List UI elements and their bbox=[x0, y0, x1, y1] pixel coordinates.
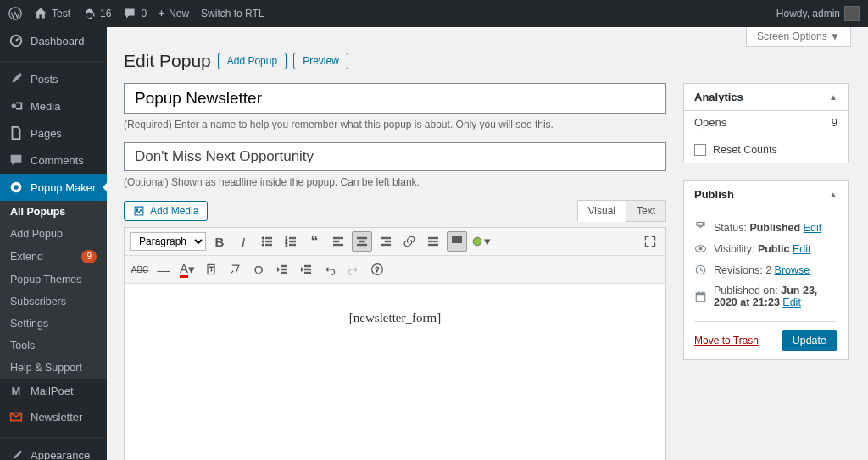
add-popup-button[interactable]: Add Popup bbox=[218, 53, 287, 69]
submenu-extend[interactable]: Extend9 bbox=[0, 245, 107, 269]
svg-rect-32 bbox=[452, 236, 454, 239]
howdy[interactable]: Howdy, admin bbox=[776, 6, 860, 21]
svg-rect-24 bbox=[359, 241, 364, 242]
submenu-help[interactable]: Help & Support bbox=[0, 357, 107, 379]
svg-rect-21 bbox=[333, 241, 338, 242]
undo-button[interactable] bbox=[320, 259, 340, 280]
svg-rect-15 bbox=[289, 237, 295, 239]
toolbar-2: ABC — A▾ T Ω ? bbox=[125, 256, 665, 284]
update-button[interactable]: Update bbox=[782, 330, 837, 351]
headline-help: (Optional) Shown as headline inside the … bbox=[124, 176, 666, 188]
menu-media[interactable]: Media bbox=[0, 92, 107, 119]
preview-button[interactable]: Preview bbox=[293, 53, 348, 69]
submenu-subscribers[interactable]: Subscribers bbox=[0, 291, 107, 313]
menu-comments[interactable]: Comments bbox=[0, 147, 107, 174]
help-button[interactable]: ? bbox=[367, 259, 387, 280]
menu-dashboard[interactable]: Dashboard bbox=[0, 27, 107, 54]
comments-count[interactable]: 0 bbox=[123, 7, 147, 20]
svg-text:?: ? bbox=[376, 265, 380, 274]
edit-visibility-link[interactable]: Edit bbox=[793, 243, 811, 255]
strike-button[interactable]: ABC bbox=[130, 259, 150, 280]
add-media-button[interactable]: Add Media bbox=[124, 201, 208, 221]
bold-button[interactable]: B bbox=[209, 231, 230, 252]
menu-posts[interactable]: Posts bbox=[0, 65, 107, 92]
special-char-button[interactable]: Ω bbox=[248, 259, 269, 280]
screen-options-toggle[interactable]: Screen Options ▼ bbox=[746, 27, 851, 47]
avatar bbox=[844, 6, 860, 21]
svg-point-51 bbox=[699, 247, 703, 251]
svg-point-2 bbox=[12, 103, 16, 108]
toolbar-toggle-button[interactable] bbox=[447, 231, 467, 252]
reset-counts-label: Reset Counts bbox=[713, 144, 777, 156]
updates[interactable]: 16 bbox=[82, 7, 111, 20]
move-to-trash-link[interactable]: Move to Trash bbox=[694, 335, 759, 346]
submenu-settings[interactable]: Settings bbox=[0, 313, 107, 335]
menu-appearance[interactable]: Appearance bbox=[0, 441, 107, 460]
pub-visibility: Visibility: Public Edit bbox=[694, 238, 837, 259]
svg-rect-9 bbox=[265, 237, 271, 239]
svg-rect-26 bbox=[381, 237, 390, 239]
svg-rect-44 bbox=[304, 265, 310, 267]
clear-format-button[interactable] bbox=[225, 259, 245, 280]
outdent-button[interactable] bbox=[272, 259, 292, 280]
more-button[interactable] bbox=[423, 231, 443, 252]
switch-rtl[interactable]: Switch to RTL bbox=[201, 8, 264, 19]
analytics-header[interactable]: Analytics▲ bbox=[684, 84, 848, 111]
publish-header[interactable]: Publish▲ bbox=[684, 181, 848, 208]
svg-rect-56 bbox=[702, 291, 704, 293]
analytics-metabox: Analytics▲ Opens9 Reset Counts bbox=[683, 83, 849, 163]
link-button[interactable] bbox=[399, 231, 420, 252]
svg-rect-22 bbox=[333, 244, 342, 246]
submenu-themes[interactable]: Popup Themes bbox=[0, 269, 107, 291]
svg-rect-20 bbox=[333, 237, 342, 239]
quote-button[interactable]: “ bbox=[304, 231, 325, 252]
redo-button[interactable] bbox=[343, 259, 364, 280]
align-center-button[interactable] bbox=[352, 231, 372, 252]
paste-text-button[interactable]: T bbox=[201, 259, 221, 280]
svg-rect-13 bbox=[265, 244, 271, 246]
hr-button[interactable]: — bbox=[153, 259, 174, 280]
align-right-button[interactable] bbox=[376, 231, 396, 252]
site-home[interactable]: Test bbox=[34, 7, 70, 20]
number-list-button[interactable]: 123 bbox=[281, 231, 301, 252]
bullet-list-button[interactable] bbox=[257, 231, 277, 252]
tab-text[interactable]: Text bbox=[626, 200, 666, 222]
tab-visual[interactable]: Visual bbox=[577, 200, 626, 222]
indent-button[interactable] bbox=[296, 259, 316, 280]
submenu-add-popup[interactable]: Add Popup bbox=[0, 223, 107, 245]
format-select[interactable]: Paragraph bbox=[130, 232, 206, 251]
italic-button[interactable]: I bbox=[233, 231, 253, 252]
svg-rect-36 bbox=[455, 240, 458, 242]
pub-date: Published on: Jun 23, 2020 at 21:23 Edit bbox=[694, 280, 837, 313]
fullscreen-button[interactable] bbox=[640, 231, 660, 252]
align-left-button[interactable] bbox=[328, 231, 348, 252]
svg-rect-23 bbox=[357, 237, 366, 239]
popup-name-input[interactable] bbox=[124, 83, 666, 114]
editor-content[interactable]: [newsletter_form] bbox=[125, 284, 665, 460]
headline-input[interactable]: Don't Miss Next Opportunity bbox=[124, 142, 666, 171]
submenu-all-popups[interactable]: All Popups bbox=[0, 201, 107, 223]
toolbar-1: Paragraph B I 123 “ ▾ bbox=[125, 228, 665, 256]
new-content[interactable]: +New bbox=[159, 8, 189, 19]
submenu-tools[interactable]: Tools bbox=[0, 335, 107, 357]
browse-revisions-link[interactable]: Browse bbox=[775, 264, 810, 276]
edit-date-link[interactable]: Edit bbox=[782, 297, 801, 308]
publish-metabox: Publish▲ Status: Published Edit Visibili… bbox=[683, 180, 849, 360]
menu-pages[interactable]: Pages bbox=[0, 119, 107, 147]
name-help: (Required) Enter a name to help you reme… bbox=[124, 119, 666, 130]
edit-status-link[interactable]: Edit bbox=[804, 222, 822, 234]
svg-rect-11 bbox=[265, 241, 271, 242]
pub-revisions: Revisions: 2 Browse bbox=[694, 259, 837, 280]
svg-rect-31 bbox=[428, 244, 437, 246]
menu-popup-maker[interactable]: Popup Maker bbox=[0, 174, 107, 201]
reset-counts-checkbox[interactable] bbox=[694, 144, 706, 156]
svg-rect-30 bbox=[428, 241, 437, 242]
popup-trigger-button[interactable]: ▾ bbox=[470, 231, 491, 252]
svg-point-38 bbox=[473, 237, 481, 246]
text-color-button[interactable]: A▾ bbox=[177, 259, 198, 280]
svg-rect-37 bbox=[459, 240, 461, 242]
menu-mailpoet[interactable]: MMailPoet bbox=[0, 379, 107, 403]
wp-logo[interactable] bbox=[8, 7, 22, 20]
svg-rect-19 bbox=[289, 244, 295, 246]
menu-newsletter[interactable]: Newsletter bbox=[0, 403, 107, 430]
